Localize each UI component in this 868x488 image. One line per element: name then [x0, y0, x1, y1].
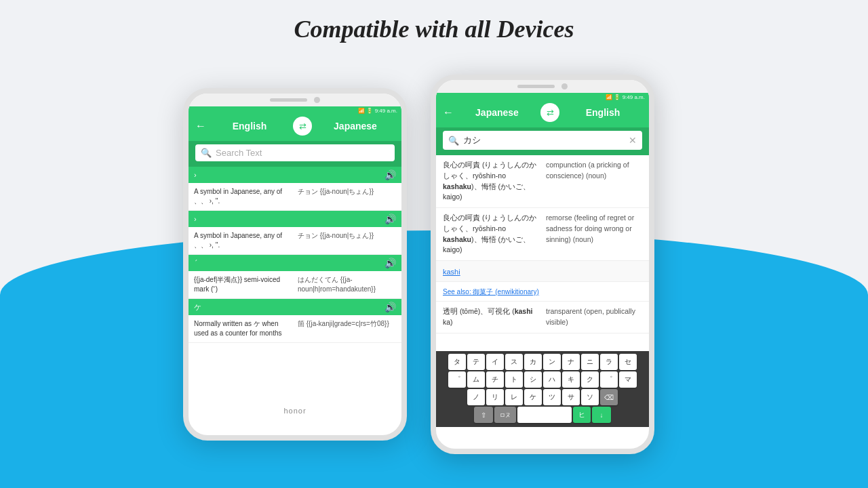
lang-from-right: Japanese	[458, 107, 536, 118]
entry-right-3: はんだくてん {{ja-noun|h|rom=handakuten}}	[298, 275, 396, 294]
kb-key-na[interactable]: ナ	[562, 354, 580, 370]
kb-key-ha[interactable]: ハ	[543, 371, 561, 388]
kb-key-ta[interactable]: タ	[448, 354, 466, 370]
entry-header-2: › 🔊	[189, 211, 401, 227]
phone-top-bar-right	[436, 80, 649, 93]
sound-icon-4[interactable]: 🔊	[384, 302, 396, 312]
search-bar-left: 🔍 Search Text	[189, 141, 401, 167]
time-right: 9:49 a.m.	[623, 94, 645, 100]
clear-btn-right[interactable]: ✕	[629, 135, 637, 146]
status-bar-left: 📶 🔋 9:49 a.m.	[189, 106, 401, 114]
speaker-left	[270, 98, 307, 102]
dict-left-3: 透明 (tōmē)、可視化 (kashi ka)	[443, 306, 539, 328]
kb-key-tsu[interactable]: ツ	[543, 389, 561, 405]
kb-key-i[interactable]: イ	[486, 354, 504, 370]
swap-btn-left[interactable]: ⇄	[293, 117, 312, 136]
entry-left-2: A symbol in Japanese, any of 、、 ›, ''.	[194, 231, 292, 250]
kashi-link[interactable]: kashi	[443, 268, 460, 276]
search-input-wrap-left[interactable]: 🔍 Search Text	[195, 144, 395, 161]
kb-ro-nu[interactable]: ロヌ	[494, 407, 516, 423]
see-also-entry: See also: 御菓子 (enwikitionary)	[436, 282, 649, 302]
phone-left: 📶 🔋 9:49 a.m. ← English ⇄ Japanese 🔍 Sea…	[183, 88, 407, 441]
see-also-link[interactable]: See also: 御菓子 (enwikitionary)	[443, 288, 539, 296]
kb-key-ku[interactable]: ク	[581, 371, 599, 388]
dict-entry-3: 透明 (tōmē)、可視化 (kashi ka) transparent (op…	[436, 302, 649, 333]
entry-right-2: チョン {{ja-noun|ちょん}}	[298, 231, 396, 250]
camera-left	[314, 97, 320, 103]
kb-key-sa[interactable]: サ	[562, 389, 580, 405]
kb-key-su[interactable]: ス	[505, 354, 523, 370]
sound-icon-3[interactable]: 🔊	[384, 258, 396, 268]
lang-from-left: English	[210, 121, 289, 131]
lang-to-left: Japanese	[316, 121, 395, 131]
phone-top-bar-left	[189, 94, 401, 106]
kb-key-ma[interactable]: マ	[619, 371, 637, 388]
dict-entry-2: 良心の呵責 (りょうしんのかしゃく、ryōshin-no kashaku)、悔悟…	[436, 208, 649, 261]
search-bar-right: 🔍 カシ ✕	[436, 127, 649, 155]
kb-key-te[interactable]: テ	[467, 354, 485, 370]
status-bar-right: 📶 🔋 9:49 a.m.	[436, 93, 649, 100]
kb-backspace[interactable]: ⌫	[600, 389, 618, 405]
speaker-right	[517, 85, 555, 88]
camera-right	[561, 83, 568, 89]
kb-key-ke[interactable]: ケ	[524, 389, 542, 405]
search-icon-right: 🔍	[448, 136, 459, 146]
kb-key-ra[interactable]: ラ	[600, 354, 618, 370]
kb-key-chi[interactable]: チ	[486, 371, 504, 388]
kb-key-maru[interactable]: ゜	[448, 371, 466, 388]
sound-icon-1[interactable]: 🔊	[384, 169, 396, 180]
dict-entry-1: 良心の呵責 (りょうしんのかしゃく、ryōshin-no kashaku)、悔悟…	[436, 155, 649, 208]
dict-right-3: transparent (open, publically visible)	[546, 306, 642, 328]
kb-key-maru2[interactable]: ゜	[600, 371, 618, 388]
app-header-left: ← English ⇄ Japanese	[189, 114, 401, 141]
kb-hi[interactable]: ヒ	[573, 407, 591, 423]
kb-key-ni[interactable]: ニ	[581, 354, 599, 370]
phone-left-inner: 📶 🔋 9:49 a.m. ← English ⇄ Japanese 🔍 Sea…	[189, 94, 401, 419]
time-left: 9:49 a.m.	[375, 108, 397, 114]
dict-left-1: 良心の呵責 (りょうしんのかしゃく、ryōshin-no kashaku)、悔悟…	[443, 160, 539, 203]
kb-key-shi[interactable]: シ	[524, 371, 542, 388]
kb-row-2: ゜ ム チ ト シ ハ キ ク ゜ マ	[437, 371, 648, 388]
entry-row-2: A symbol in Japanese, any of 、、 ›, ''. チ…	[189, 227, 401, 255]
entries-left: › 🔊 A symbol in Japanese, any of 、、 ›, '…	[189, 167, 401, 404]
entry-row-4: Normally written as ケ when used as a cou…	[189, 315, 401, 343]
search-icon-left: 🔍	[201, 148, 212, 158]
kb-key-re[interactable]: レ	[505, 389, 523, 405]
dict-left-2: 良心の呵責 (りょうしんのかしゃく、ryōshin-no kashaku)、悔悟…	[443, 213, 539, 256]
brand-left: honor	[189, 404, 401, 419]
entry-row-1: A symbol in Japanese, any of 、、 ›, ''. チ…	[189, 183, 401, 211]
kb-key-ka[interactable]: カ	[524, 354, 542, 370]
entry-left-3: {{ja-def|半濁点}} semi-voiced mark (˘)	[194, 275, 292, 294]
kb-row-3: ノ リ レ ケ ツ サ ソ ⌫	[437, 389, 648, 405]
kashi-entry: kashi	[436, 261, 649, 282]
entry-header-3: ˊ 🔊	[189, 255, 401, 271]
kb-key-ki[interactable]: キ	[562, 371, 580, 388]
sound-icon-2[interactable]: 🔊	[384, 214, 396, 224]
page-title: Compatible with all Devices	[0, 15, 868, 43]
kb-space[interactable]	[517, 407, 572, 423]
kb-enter[interactable]: ↓	[592, 407, 611, 423]
back-btn-right[interactable]: ←	[443, 106, 454, 119]
kb-key-to[interactable]: ト	[505, 371, 523, 388]
kb-key-se[interactable]: セ	[619, 354, 637, 370]
back-btn-left[interactable]: ←	[195, 120, 206, 132]
dict-right-2: remorse (feeling of regret or sadness fo…	[546, 213, 642, 256]
search-placeholder-left: Search Text	[216, 148, 389, 158]
kb-key-n[interactable]: ン	[543, 354, 561, 370]
entry-header-1: › 🔊	[189, 167, 401, 183]
status-icons-left: 📶 🔋	[358, 108, 373, 114]
swap-btn-right[interactable]: ⇄	[540, 103, 559, 122]
entry-right-1: チョン {{ja-noun|ちょん}}	[298, 187, 396, 206]
kb-shift[interactable]: ⇧	[474, 407, 493, 423]
lang-to-right: English	[564, 107, 642, 118]
entry-right-4: 箇 {{ja-kanji|grade=c|rs=竹08}}	[298, 319, 396, 338]
kb-key-mu[interactable]: ム	[467, 371, 485, 388]
phone-right-inner: 📶 🔋 9:49 a.m. ← Japanese ⇄ English 🔍 カシ …	[436, 80, 649, 432]
keyboard-right: タ テ イ ス カ ン ナ ニ ラ セ ゜ ム チ ト シ ハ キ ク ゜	[436, 351, 649, 427]
kb-key-so[interactable]: ソ	[581, 389, 599, 405]
search-input-wrap-right[interactable]: 🔍 カシ ✕	[443, 131, 642, 150]
kb-key-ri[interactable]: リ	[486, 389, 504, 405]
entry-left-1: A symbol in Japanese, any of 、、 ›, ''.	[194, 187, 292, 206]
kb-key-no[interactable]: ノ	[467, 389, 485, 405]
dict-right-1: compunction (a pricking of conscience) (…	[546, 160, 642, 203]
